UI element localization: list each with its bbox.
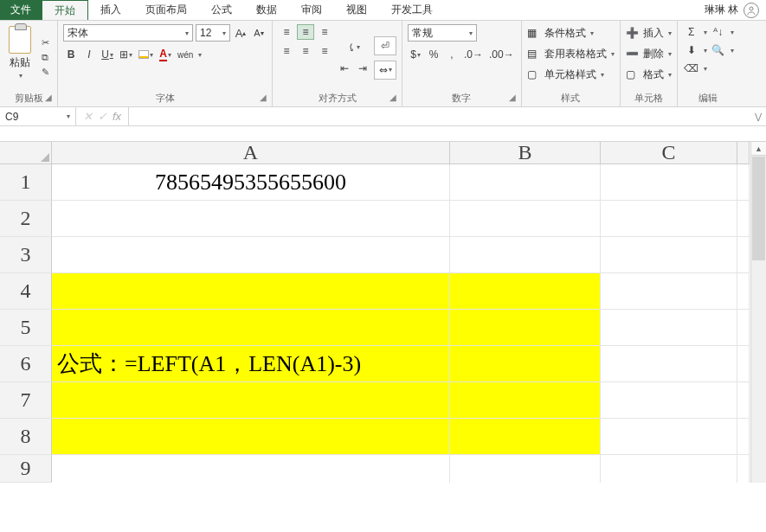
number-format-select[interactable]: 常规▾ xyxy=(408,24,477,42)
italic-button[interactable]: I xyxy=(81,47,97,62)
accounting-format-icon[interactable]: $▾ xyxy=(408,47,423,62)
cell-D8[interactable] xyxy=(737,419,750,455)
name-box[interactable]: C9▾ xyxy=(0,107,76,125)
row-header-2[interactable]: 2 xyxy=(0,201,52,237)
align-center-icon[interactable]: ≡ xyxy=(297,43,314,59)
cancel-formula-icon[interactable]: ✕ xyxy=(83,110,93,123)
tab-data[interactable]: 数据 xyxy=(244,0,289,20)
align-middle-icon[interactable]: ≡ xyxy=(297,24,314,40)
orientation-icon[interactable]: ⤹▾ xyxy=(345,40,362,55)
cell-C7[interactable] xyxy=(601,382,737,419)
cell-B3[interactable] xyxy=(450,237,601,273)
fx-icon[interactable]: fx xyxy=(113,110,121,123)
cut-icon[interactable]: ✂ xyxy=(38,37,52,49)
cell-B5[interactable] xyxy=(450,310,601,346)
cell-D5[interactable] xyxy=(737,310,750,346)
align-left-icon[interactable]: ≡ xyxy=(278,43,295,59)
cell-A7[interactable] xyxy=(52,382,450,419)
underline-button[interactable]: U▾ xyxy=(100,47,115,62)
dialog-launcher-icon[interactable]: ◢ xyxy=(45,91,52,105)
align-top-icon[interactable]: ≡ xyxy=(278,24,295,40)
tab-developer[interactable]: 开发工具 xyxy=(379,0,445,20)
decrease-font-icon[interactable]: A▾ xyxy=(251,25,267,41)
row-header-4[interactable]: 4 xyxy=(0,273,52,310)
increase-decimal-icon[interactable]: .0→ xyxy=(462,47,485,62)
vertical-scrollbar[interactable]: ▲ xyxy=(750,142,766,483)
dialog-launcher-icon[interactable]: ◢ xyxy=(260,91,267,105)
tab-insert[interactable]: 插入 xyxy=(88,0,133,20)
cell-C4[interactable] xyxy=(601,273,737,310)
cell-D4[interactable] xyxy=(737,273,750,310)
clear-button-icon[interactable]: ⌫ xyxy=(683,61,700,76)
fill-color-button[interactable]: ▾ xyxy=(137,47,155,62)
format-as-table-button[interactable]: ▤套用表格格式▾ xyxy=(527,45,615,62)
scroll-track[interactable] xyxy=(751,261,766,483)
font-name-select[interactable]: 宋体▾ xyxy=(63,24,193,42)
enter-formula-icon[interactable]: ✓ xyxy=(98,110,107,123)
dialog-launcher-icon[interactable]: ◢ xyxy=(509,91,516,105)
cell-C2[interactable] xyxy=(601,201,737,237)
font-size-select[interactable]: 12▾ xyxy=(196,24,230,42)
increase-font-icon[interactable]: A▴ xyxy=(233,25,248,41)
bold-button[interactable]: B xyxy=(63,47,79,62)
merge-center-button[interactable]: ⇔▾ xyxy=(374,61,396,80)
wrap-text-button[interactable]: ⏎ xyxy=(374,36,396,55)
cell-A2[interactable] xyxy=(52,201,450,237)
cell-B2[interactable] xyxy=(450,201,601,237)
phonetic-button[interactable]: wén xyxy=(176,47,195,62)
tab-view[interactable]: 视图 xyxy=(334,0,379,20)
align-bottom-icon[interactable]: ≡ xyxy=(316,24,333,40)
cell-B4[interactable] xyxy=(450,273,601,310)
cell-D6[interactable] xyxy=(737,346,750,382)
cell-A4[interactable] xyxy=(52,273,450,310)
cell-B8[interactable] xyxy=(450,419,601,455)
cell-B1[interactable] xyxy=(450,164,601,201)
align-right-icon[interactable]: ≡ xyxy=(316,43,333,59)
conditional-format-button[interactable]: ▦条件格式▾ xyxy=(527,24,615,42)
row-header-3[interactable]: 3 xyxy=(0,237,52,273)
border-button[interactable]: ⊞▾ xyxy=(118,47,134,62)
cell-A6[interactable]: 公式：=LEFT(A1，LEN(A1)-3) xyxy=(52,346,450,382)
row-header-6[interactable]: 6 xyxy=(0,346,52,382)
cell-D3[interactable] xyxy=(737,237,750,273)
font-color-button[interactable]: A▾ xyxy=(158,47,173,62)
scroll-up-icon[interactable]: ▲ xyxy=(751,142,766,156)
formula-input[interactable] xyxy=(129,107,750,125)
cell-C6[interactable] xyxy=(601,346,737,382)
cell-A1[interactable]: 78565495355655600 xyxy=(52,164,450,201)
cell-B6[interactable] xyxy=(450,346,601,382)
sort-filter-icon[interactable]: ᴬ↓ xyxy=(710,24,727,40)
cell-D7[interactable] xyxy=(737,382,750,419)
expand-formula-bar-icon[interactable]: ⋁ xyxy=(750,107,766,125)
row-header-5[interactable]: 5 xyxy=(0,310,52,346)
col-header-B[interactable]: B xyxy=(450,142,601,164)
tab-home[interactable]: 开始 xyxy=(42,0,88,20)
cell-B7[interactable] xyxy=(450,382,601,419)
dialog-launcher-icon[interactable]: ◢ xyxy=(389,91,396,105)
cell-D1[interactable] xyxy=(737,164,750,201)
row-header-9[interactable]: 9 xyxy=(0,455,52,483)
cell-A3[interactable] xyxy=(52,237,450,273)
cell-C3[interactable] xyxy=(601,237,737,273)
cell-C5[interactable] xyxy=(601,310,737,346)
copy-icon[interactable]: ⧉ xyxy=(38,52,52,64)
cell-D2[interactable] xyxy=(737,201,750,237)
format-painter-icon[interactable]: ✎ xyxy=(38,67,52,79)
col-header-D[interactable] xyxy=(737,142,750,164)
cell-D9[interactable] xyxy=(737,455,750,483)
comma-format-icon[interactable]: , xyxy=(444,47,460,62)
user-avatar-icon[interactable] xyxy=(743,3,759,18)
cell-styles-button[interactable]: ▢单元格样式▾ xyxy=(527,66,615,83)
cell-C8[interactable] xyxy=(601,419,737,455)
scroll-thumb[interactable] xyxy=(752,157,765,260)
cell-A8[interactable] xyxy=(52,419,450,455)
tab-page-layout[interactable]: 页面布局 xyxy=(133,0,199,20)
tab-review[interactable]: 审阅 xyxy=(289,0,334,20)
cell-C1[interactable] xyxy=(601,164,737,201)
row-header-7[interactable]: 7 xyxy=(0,382,52,419)
cell-C9[interactable] xyxy=(601,455,737,483)
autosum-button[interactable]: Σ xyxy=(683,24,700,40)
increase-indent-icon[interactable]: ⇥ xyxy=(355,61,370,76)
select-all-corner[interactable] xyxy=(0,142,52,164)
find-select-icon[interactable]: 🔍 xyxy=(710,42,727,58)
